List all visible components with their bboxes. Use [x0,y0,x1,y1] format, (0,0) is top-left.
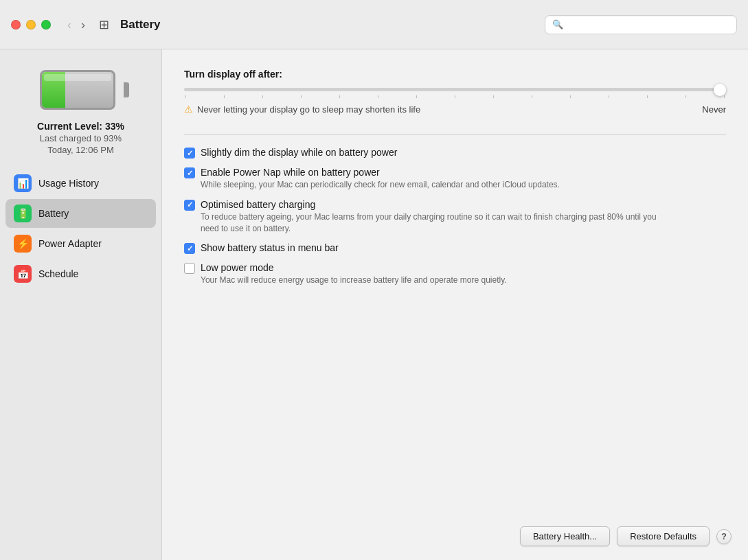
battery-info: Current Level: 33% Last charged to 93% T… [29,121,133,155]
search-input[interactable] [567,19,729,30]
grid-icon[interactable]: ⊞ [99,17,109,32]
battery-time-text: Today, 12:06 PM [37,145,124,155]
warning-icon: ⚠ [184,104,193,115]
sidebar-item-label-battery: Battery [38,208,69,219]
tick [455,95,455,98]
traffic-lights [11,20,51,30]
checkbox-show-status[interactable] [184,243,195,254]
never-label: Never [702,104,726,115]
tick [301,95,302,98]
checkbox-row-show-status: Show battery status in menu bar [184,242,726,254]
tick [493,95,494,98]
low-power-sublabel: Your Mac will reduce energy usage to inc… [201,275,507,286]
fullscreen-button[interactable] [41,20,51,30]
slider-ticks [184,95,726,98]
checkbox-row-power-nap: Enable Power Nap while on battery power … [184,167,726,191]
show-status-label: Show battery status in menu bar [201,242,339,253]
schedule-icon: 📅 [14,265,32,283]
help-button[interactable]: ? [716,529,732,544]
sidebar-item-label-schedule: Schedule [38,268,78,279]
tick [262,95,263,98]
slider-thumb[interactable] [714,84,726,96]
battery-icon: 🔋 [14,205,32,222]
forward-button[interactable]: › [78,17,88,32]
battery-body [40,70,115,110]
content-area: Turn display off after: [162,49,748,560]
sidebar-item-schedule[interactable]: 📅 Schedule [5,259,156,288]
show-status-label-group: Show battery status in menu bar [201,242,339,253]
low-power-label: Low power mode [201,262,507,273]
divider [184,134,726,135]
tick [685,95,686,98]
low-power-label-group: Low power mode Your Mac will reduce ener… [201,262,507,286]
optimised-charging-label-group: Optimised battery charging To reduce bat… [201,199,668,235]
sidebar-item-usage-history[interactable]: 📊 Usage History [5,169,156,198]
tick [339,95,340,98]
battery-shine [44,74,111,81]
warning-row: ⚠ Never letting your display go to sleep… [184,104,726,115]
optimised-charging-sublabel: To reduce battery ageing, your Mac learn… [201,211,668,235]
checkbox-power-nap[interactable] [184,167,195,178]
slider-container [184,88,726,98]
battery-health-button[interactable]: Battery Health... [520,526,610,546]
tick [647,95,648,98]
power-nap-label-group: Enable Power Nap while on battery power … [201,167,560,191]
window-title: Battery [120,18,536,32]
dim-display-label-group: Slightly dim the display while on batter… [201,147,397,158]
warning-text: Never letting your display go to sleep m… [197,104,420,115]
tick [609,95,609,98]
battery-icon-container [40,70,122,110]
tick [416,95,417,98]
checkbox-row-dim-display: Slightly dim the display while on batter… [184,147,726,159]
titlebar: ‹ › ⊞ Battery 🔍 [0,0,748,49]
checkbox-low-power[interactable] [184,263,195,274]
display-off-title: Turn display off after: [184,69,726,80]
warning-text-group: ⚠ Never letting your display go to sleep… [184,104,420,115]
back-button[interactable]: ‹ [65,17,74,32]
sidebar-item-power-adapter[interactable]: ⚡ Power Adapter [5,229,156,258]
nav-arrows: ‹ › [65,17,88,32]
battery-terminal [124,82,129,97]
slider-track[interactable] [184,88,726,91]
sidebar-item-label-usage-history: Usage History [38,178,99,189]
search-icon: 🔍 [552,19,563,30]
tick [532,95,532,98]
bottom-bar: Battery Health... Restore Defaults ? [520,526,732,546]
dim-display-label: Slightly dim the display while on batter… [201,147,397,158]
sidebar-item-label-power-adapter: Power Adapter [38,238,102,249]
restore-defaults-button[interactable]: Restore Defaults [617,526,710,546]
tick [724,95,725,98]
tick [378,95,378,98]
sidebar: Current Level: 33% Last charged to 93% T… [0,49,162,560]
battery-charged-text: Last charged to 93% [37,133,124,143]
checkbox-row-low-power: Low power mode Your Mac will reduce ener… [184,262,726,286]
minimize-button[interactable] [26,20,36,30]
checkbox-dim-display[interactable] [184,148,195,159]
power-adapter-icon: ⚡ [14,235,32,253]
battery-level-text: Current Level: 33% [37,121,124,132]
power-nap-label: Enable Power Nap while on battery power [201,167,560,178]
tick [224,95,225,98]
main-layout: Current Level: 33% Last charged to 93% T… [0,49,748,560]
usage-history-icon: 📊 [14,174,32,192]
power-nap-sublabel: While sleeping, your Mac can periodicall… [201,179,560,191]
tick [185,95,186,98]
battery-visual [40,70,122,110]
close-button[interactable] [11,20,21,30]
sidebar-item-battery[interactable]: 🔋 Battery [5,199,156,228]
tick [570,95,571,98]
optimised-charging-label: Optimised battery charging [201,199,668,210]
checkbox-optimised-charging[interactable] [184,200,195,211]
checkbox-row-optimised-charging: Optimised battery charging To reduce bat… [184,199,726,235]
search-box[interactable]: 🔍 [545,15,737,34]
sidebar-nav: 📊 Usage History 🔋 Battery ⚡ Power Adapte… [0,169,161,290]
